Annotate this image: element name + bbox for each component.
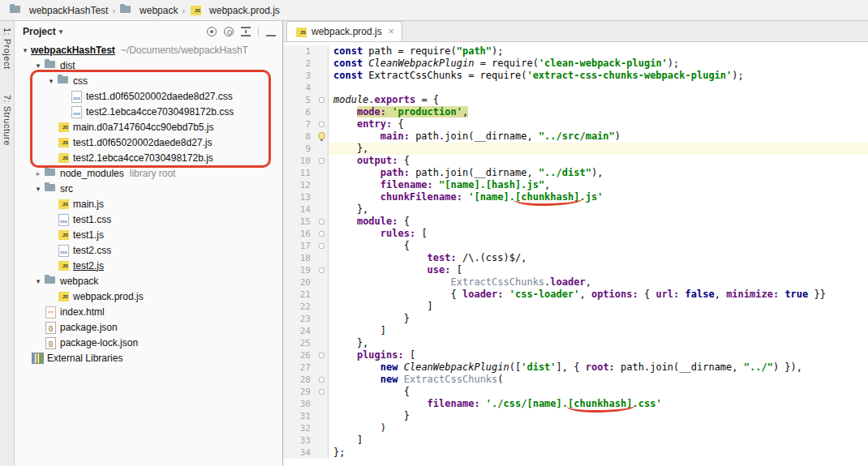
tree-item[interactable]: test2.1ebca4cce7030498172b.js <box>15 150 282 165</box>
tool-button-project[interactable]: 1: Project <box>2 28 12 69</box>
code-line[interactable]: 27 new CleanWebpackPlugin(['dist'], { ro… <box>283 361 868 374</box>
tree-item[interactable]: test1.d0f65020002daede8d27.js <box>15 135 282 150</box>
line-number[interactable]: 32 <box>283 422 316 434</box>
code-line[interactable]: 30 filename: './css/[name].[chunkhash].c… <box>283 398 868 410</box>
chevron-down-icon[interactable]: ▾ <box>32 185 44 193</box>
tree-item[interactable]: test1.d0f65020002daede8d27.css <box>15 88 282 104</box>
code-line[interactable]: 11 path: path.join(__dirname, "../dist")… <box>283 167 868 179</box>
line-number[interactable]: 7 <box>283 118 316 130</box>
collapse-all-icon[interactable] <box>241 27 251 36</box>
code-line[interactable]: 29 { <box>283 386 868 398</box>
tree-item[interactable]: test1.css <box>15 212 282 227</box>
code-line[interactable]: 26 plugins: [ <box>283 349 868 361</box>
breadcrumb-item-project[interactable]: webpackHashTest <box>6 4 110 16</box>
line-number[interactable]: 26 <box>283 349 316 361</box>
fold-marker-icon[interactable] <box>319 122 324 127</box>
fold-marker-icon[interactable] <box>319 389 324 395</box>
tool-button-structure[interactable]: 7: Structure <box>2 95 12 146</box>
line-number[interactable]: 8 <box>283 130 316 143</box>
code-editor[interactable]: 1const path = require("path");2const Cle… <box>283 42 868 466</box>
code-line[interactable]: 32 ) <box>283 422 868 434</box>
tree-item[interactable]: test2.js <box>15 258 282 273</box>
code-line[interactable]: 21 { loader: 'css-loader', options: { ur… <box>283 289 868 301</box>
line-number[interactable]: 10 <box>283 155 316 167</box>
code-line[interactable]: 4 <box>283 82 868 94</box>
locate-file-icon[interactable] <box>207 27 217 36</box>
line-number[interactable]: 25 <box>283 337 316 349</box>
code-line[interactable]: 22 ] <box>283 301 868 313</box>
line-number[interactable]: 11 <box>283 167 316 179</box>
code-line[interactable]: 12 filename: "[name].[hash].js", <box>283 179 868 191</box>
line-number[interactable]: 24 <box>283 325 316 337</box>
chevron-right-icon[interactable]: ▸ <box>32 169 44 177</box>
code-line[interactable]: 24 ] <box>283 325 868 337</box>
line-number[interactable]: 21 <box>283 289 316 301</box>
tree-item[interactable]: test2.1ebca4cce7030498172b.css <box>15 104 282 119</box>
close-icon[interactable]: × <box>389 26 394 37</box>
code-line[interactable]: 6 mode: 'production', <box>283 106 868 118</box>
fold-marker-icon[interactable] <box>319 158 324 164</box>
line-number[interactable]: 9 <box>283 143 316 155</box>
fold-marker-icon[interactable] <box>319 231 324 237</box>
code-line[interactable]: 31 } <box>283 410 868 422</box>
line-number[interactable]: 27 <box>283 361 316 374</box>
tree-item[interactable]: index.html <box>15 304 282 319</box>
code-line[interactable]: 14 }, <box>283 203 868 216</box>
line-number[interactable]: 14 <box>283 203 316 216</box>
hide-panel-icon[interactable] <box>266 27 276 36</box>
code-line[interactable]: 10 output: { <box>283 155 868 167</box>
code-line[interactable]: 3const ExtractCssChunks = require('extra… <box>283 70 868 82</box>
code-line[interactable]: 33 ] <box>283 434 868 447</box>
tree-item[interactable]: ▾src <box>15 181 282 196</box>
line-number[interactable]: 22 <box>283 301 316 313</box>
fold-marker-icon[interactable] <box>319 243 324 249</box>
chevron-down-icon[interactable]: ▾ <box>45 77 57 85</box>
tree-item[interactable]: ▾css <box>15 73 282 88</box>
line-number[interactable]: 30 <box>283 398 316 410</box>
tree-item[interactable]: ▸node_moduleslibrary root <box>15 165 282 181</box>
line-number[interactable]: 1 <box>283 45 316 58</box>
tree-item[interactable]: ▾dist <box>15 58 282 73</box>
intention-bulb-icon[interactable] <box>318 132 325 139</box>
tree-item[interactable]: package.json <box>15 319 282 335</box>
line-number[interactable]: 34 <box>283 447 316 459</box>
line-number[interactable]: 20 <box>283 276 316 289</box>
code-line[interactable]: 13 chunkFilename: '[name].[chunkhash].js… <box>283 191 868 203</box>
code-line[interactable]: 25 }, <box>283 337 868 349</box>
fold-marker-icon[interactable] <box>319 97 324 103</box>
tree-item[interactable]: ▾webpackHashTest~/Documents/webpackHashT <box>15 42 282 58</box>
tree-item[interactable]: ▾webpack <box>15 273 282 289</box>
code-line[interactable]: 28 new ExtractCssChunks( <box>283 374 868 386</box>
breadcrumb-item-file[interactable]: webpack.prod.js <box>187 4 282 16</box>
code-line[interactable]: 18 test: /\.(css)$/, <box>283 252 868 264</box>
code-line[interactable]: 17 { <box>283 240 868 252</box>
chevron-down-icon[interactable]: ▾ <box>32 62 44 70</box>
line-number[interactable]: 16 <box>283 228 316 240</box>
fold-marker-icon[interactable] <box>319 377 324 383</box>
tree-item[interactable]: main.d0a7147604cc90ebd7b5.js <box>15 119 282 135</box>
code-line[interactable]: 8 main: path.join(__dirname, "../src/mai… <box>283 130 868 143</box>
line-number[interactable]: 6 <box>283 106 316 118</box>
code-line[interactable]: 5module.exports = { <box>283 94 868 106</box>
line-number[interactable]: 18 <box>283 252 316 264</box>
tab-webpack-prod-js[interactable]: webpack.prod.js × <box>286 21 402 41</box>
line-number[interactable]: 4 <box>283 82 316 94</box>
code-line[interactable]: 7 entry: { <box>283 118 868 130</box>
line-number[interactable]: 3 <box>283 70 316 82</box>
line-number[interactable]: 5 <box>283 94 316 106</box>
code-line[interactable]: 9 }, <box>283 143 868 155</box>
tree-item[interactable]: test1.js <box>15 227 282 242</box>
line-number[interactable]: 28 <box>283 374 316 386</box>
fold-marker-icon[interactable] <box>319 353 324 358</box>
line-number[interactable]: 31 <box>283 410 316 422</box>
code-line[interactable]: 23 } <box>283 313 868 325</box>
code-line[interactable]: 15 module: { <box>283 216 868 228</box>
line-number[interactable]: 19 <box>283 264 316 276</box>
code-line[interactable]: 1const path = require("path"); <box>283 45 868 58</box>
line-number[interactable]: 33 <box>283 434 316 447</box>
code-line[interactable]: 20 ExtractCssChunks.loader, <box>283 276 868 289</box>
code-line[interactable]: 19 use: [ <box>283 264 868 276</box>
chevron-down-icon[interactable]: ▾ <box>32 277 44 285</box>
fold-marker-icon[interactable] <box>319 267 324 273</box>
code-line[interactable]: 34}; <box>283 447 868 459</box>
